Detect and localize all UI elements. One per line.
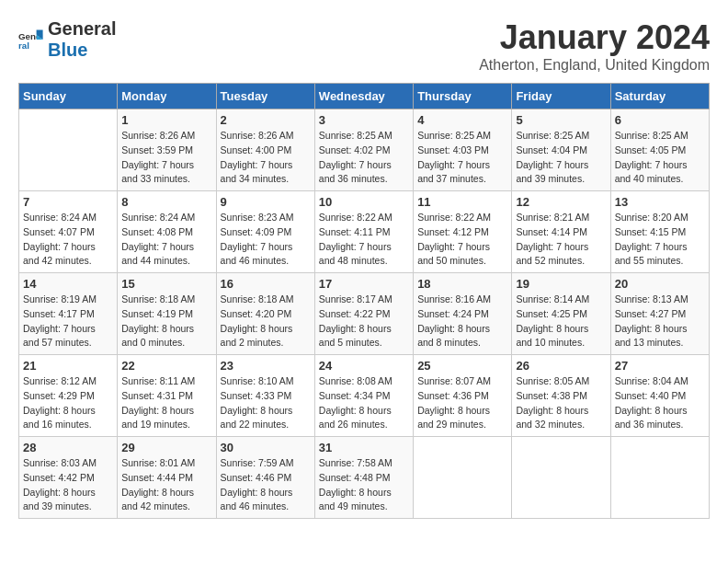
weekday-header-saturday: Saturday [610,84,709,109]
calendar-cell: 19Sunrise: 8:14 AMSunset: 4:25 PMDayligh… [512,273,610,355]
calendar-cell [19,109,118,191]
calendar-cell: 31Sunrise: 7:58 AMSunset: 4:48 PMDayligh… [314,437,413,519]
day-number: 3 [319,113,409,127]
calendar-cell: 26Sunrise: 8:05 AMSunset: 4:38 PMDayligh… [512,355,610,437]
calendar-cell: 28Sunrise: 8:03 AMSunset: 4:42 PMDayligh… [19,437,118,519]
day-detail: Sunrise: 8:12 AMSunset: 4:29 PMDaylight:… [23,374,113,432]
weekday-header-sunday: Sunday [19,84,118,109]
calendar-week-3: 14Sunrise: 8:19 AMSunset: 4:17 PMDayligh… [19,273,710,355]
calendar-cell: 8Sunrise: 8:24 AMSunset: 4:08 PMDaylight… [118,191,216,273]
weekday-header-row: SundayMondayTuesdayWednesdayThursdayFrid… [19,84,710,109]
calendar-cell: 12Sunrise: 8:21 AMSunset: 4:14 PMDayligh… [512,191,610,273]
day-detail: Sunrise: 8:25 AMSunset: 4:02 PMDaylight:… [319,129,409,187]
day-number: 5 [516,113,606,127]
day-detail: Sunrise: 8:24 AMSunset: 4:08 PMDaylight:… [121,211,211,269]
day-number: 15 [121,277,211,291]
calendar-week-1: 1Sunrise: 8:26 AMSunset: 3:59 PMDaylight… [19,109,710,191]
weekday-header-friday: Friday [512,84,610,109]
day-number: 23 [221,359,311,373]
calendar-cell: 10Sunrise: 8:22 AMSunset: 4:11 PMDayligh… [314,191,413,273]
day-number: 25 [417,359,507,373]
calendar-cell: 21Sunrise: 8:12 AMSunset: 4:29 PMDayligh… [19,355,118,437]
day-detail: Sunrise: 8:01 AMSunset: 4:44 PMDaylight:… [121,456,211,514]
calendar-cell: 9Sunrise: 8:23 AMSunset: 4:09 PMDaylight… [216,191,314,273]
day-detail: Sunrise: 8:25 AMSunset: 4:03 PMDaylight:… [417,129,507,187]
calendar-cell: 18Sunrise: 8:16 AMSunset: 4:24 PMDayligh… [414,273,512,355]
day-detail: Sunrise: 8:21 AMSunset: 4:14 PMDaylight:… [516,211,606,269]
day-detail: Sunrise: 7:59 AMSunset: 4:46 PMDaylight:… [221,456,311,514]
weekday-header-monday: Monday [118,84,216,109]
day-detail: Sunrise: 8:10 AMSunset: 4:33 PMDaylight:… [221,374,311,432]
calendar-cell: 16Sunrise: 8:18 AMSunset: 4:20 PMDayligh… [216,273,314,355]
calendar-cell: 22Sunrise: 8:11 AMSunset: 4:31 PMDayligh… [118,355,216,437]
day-number: 17 [319,277,409,291]
weekday-header-wednesday: Wednesday [314,84,413,109]
day-number: 26 [516,359,606,373]
svg-text:ral: ral [18,40,29,51]
day-number: 2 [221,113,311,127]
day-number: 16 [221,277,311,291]
page-header: Gene ral General Blue January 2024 Ather… [18,18,710,74]
calendar-cell: 11Sunrise: 8:22 AMSunset: 4:12 PMDayligh… [414,191,512,273]
day-detail: Sunrise: 8:08 AMSunset: 4:34 PMDaylight:… [319,374,409,432]
day-detail: Sunrise: 8:14 AMSunset: 4:25 PMDaylight:… [516,293,606,350]
day-detail: Sunrise: 8:20 AMSunset: 4:15 PMDaylight:… [615,211,705,269]
calendar-cell: 15Sunrise: 8:18 AMSunset: 4:19 PMDayligh… [118,273,216,355]
calendar-cell: 14Sunrise: 8:19 AMSunset: 4:17 PMDayligh… [19,273,118,355]
day-detail: Sunrise: 8:25 AMSunset: 4:05 PMDaylight:… [615,129,705,187]
calendar-cell [512,437,610,519]
day-number: 13 [615,195,705,209]
day-number: 14 [23,277,113,291]
calendar-week-4: 21Sunrise: 8:12 AMSunset: 4:29 PMDayligh… [19,355,710,437]
day-detail: Sunrise: 8:22 AMSunset: 4:11 PMDaylight:… [319,211,409,269]
day-number: 20 [615,277,705,291]
day-detail: Sunrise: 8:24 AMSunset: 4:07 PMDaylight:… [23,211,113,269]
day-number: 4 [417,113,507,127]
day-number: 31 [319,441,409,454]
day-number: 9 [221,195,311,209]
day-detail: Sunrise: 8:23 AMSunset: 4:09 PMDaylight:… [221,211,311,269]
day-detail: Sunrise: 8:19 AMSunset: 4:17 PMDaylight:… [23,293,113,350]
day-number: 1 [121,113,211,127]
day-detail: Sunrise: 8:26 AMSunset: 4:00 PMDaylight:… [221,129,311,187]
day-number: 10 [319,195,409,209]
calendar-cell: 23Sunrise: 8:10 AMSunset: 4:33 PMDayligh… [216,355,314,437]
calendar-cell: 7Sunrise: 8:24 AMSunset: 4:07 PMDaylight… [19,191,118,273]
calendar-cell: 1Sunrise: 8:26 AMSunset: 3:59 PMDaylight… [118,109,216,191]
calendar-cell: 4Sunrise: 8:25 AMSunset: 4:03 PMDaylight… [414,109,512,191]
day-number: 8 [121,195,211,209]
day-detail: Sunrise: 8:25 AMSunset: 4:04 PMDaylight:… [516,129,606,187]
day-number: 21 [23,359,113,373]
day-detail: Sunrise: 8:18 AMSunset: 4:19 PMDaylight:… [121,293,211,350]
calendar-table: SundayMondayTuesdayWednesdayThursdayFrid… [18,83,710,519]
calendar-cell: 20Sunrise: 8:13 AMSunset: 4:27 PMDayligh… [610,273,709,355]
day-number: 22 [121,359,211,373]
calendar-cell: 6Sunrise: 8:25 AMSunset: 4:05 PMDaylight… [610,109,709,191]
day-detail: Sunrise: 8:18 AMSunset: 4:20 PMDaylight:… [221,293,311,350]
day-detail: Sunrise: 8:11 AMSunset: 4:31 PMDaylight:… [121,374,211,432]
calendar-cell [610,437,709,519]
calendar-cell: 30Sunrise: 7:59 AMSunset: 4:46 PMDayligh… [216,437,314,519]
day-number: 11 [417,195,507,209]
day-detail: Sunrise: 8:07 AMSunset: 4:36 PMDaylight:… [417,374,507,432]
day-detail: Sunrise: 8:17 AMSunset: 4:22 PMDaylight:… [319,293,409,350]
day-number: 19 [516,277,606,291]
calendar-week-2: 7Sunrise: 8:24 AMSunset: 4:07 PMDaylight… [19,191,710,273]
day-detail: Sunrise: 8:03 AMSunset: 4:42 PMDaylight:… [23,456,113,514]
weekday-header-tuesday: Tuesday [216,84,314,109]
day-number: 6 [615,113,705,127]
day-detail: Sunrise: 7:58 AMSunset: 4:48 PMDaylight:… [319,456,409,514]
logo-icon: Gene ral [18,27,44,52]
weekday-header-thursday: Thursday [414,84,512,109]
logo-text: General Blue [48,18,116,61]
day-detail: Sunrise: 8:26 AMSunset: 3:59 PMDaylight:… [121,129,211,187]
day-detail: Sunrise: 8:05 AMSunset: 4:38 PMDaylight:… [516,374,606,432]
logo: Gene ral General Blue [18,18,116,61]
day-number: 27 [615,359,705,373]
day-number: 30 [221,441,311,454]
title-area: January 2024 Atherton, England, United K… [479,18,710,74]
calendar-cell: 25Sunrise: 8:07 AMSunset: 4:36 PMDayligh… [414,355,512,437]
day-number: 7 [23,195,113,209]
calendar-cell [414,437,512,519]
day-number: 29 [121,441,211,454]
